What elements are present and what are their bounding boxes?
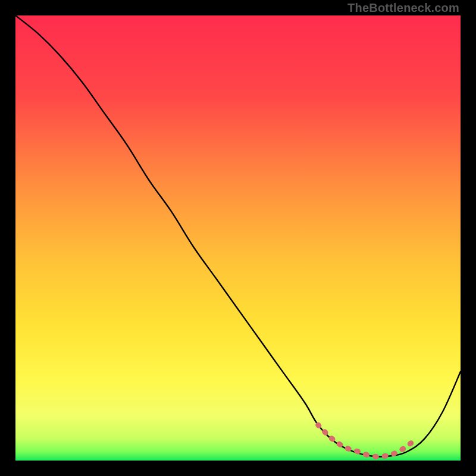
chart-frame	[15, 15, 461, 461]
bottleneck-plot	[15, 15, 461, 461]
watermark-text: TheBottleneck.com	[347, 1, 459, 15]
